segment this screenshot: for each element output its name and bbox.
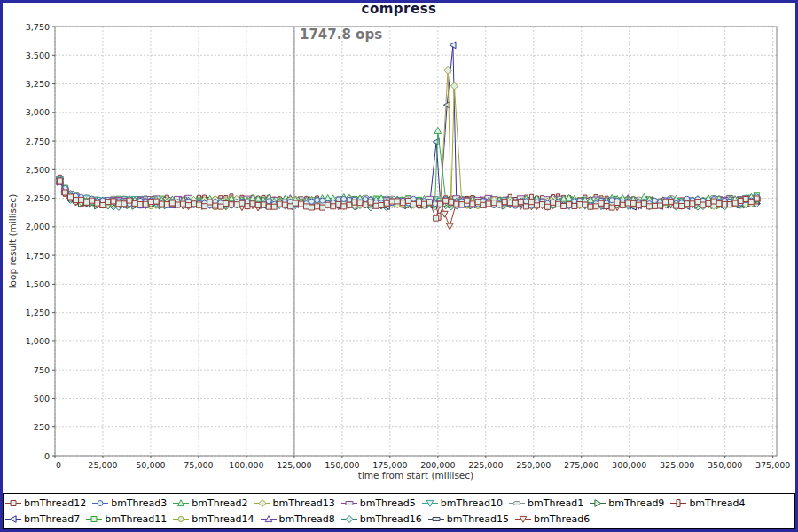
legend-item-bmThread4: bmThread4: [670, 497, 745, 509]
legend-item-bmThread13: bmThread13: [254, 497, 335, 509]
legend-item-bmThread3: bmThread3: [92, 497, 167, 509]
legend-marker-icon: [254, 498, 270, 508]
legend-row: bmThread7bmThread11bmThread14bmThread8bm…: [5, 512, 793, 528]
svg-text:325,000: 325,000: [660, 460, 694, 470]
svg-text:2,750: 2,750: [26, 137, 50, 146]
svg-text:300,000: 300,000: [612, 460, 646, 470]
legend-marker-icon: [261, 514, 277, 524]
series-line-bmThread7: [59, 45, 756, 207]
svg-text:250,000: 250,000: [516, 460, 551, 470]
legend-marker-icon: [590, 498, 606, 508]
svg-text:125,000: 125,000: [277, 460, 311, 470]
legend-item-bmThread2: bmThread2: [173, 497, 247, 509]
legend-marker-icon: [509, 498, 525, 508]
legend-label: bmThread1: [528, 497, 583, 509]
legend-label: bmThread14: [192, 513, 254, 525]
svg-text:1,000: 1,000: [26, 336, 50, 346]
legend-item-bmThread15: bmThread15: [428, 513, 509, 525]
svg-text:175,000: 175,000: [372, 460, 407, 470]
legend-item-bmThread6: bmThread6: [515, 513, 590, 525]
svg-text:1,750: 1,750: [26, 251, 50, 261]
legend-marker-icon: [92, 498, 108, 508]
legend-item-bmThread7: bmThread7: [5, 513, 80, 525]
legend-marker-icon: [515, 514, 531, 524]
legend-label: bmThread9: [608, 497, 664, 509]
svg-text:1,250: 1,250: [26, 308, 50, 317]
svg-text:0: 0: [56, 460, 61, 470]
legend-marker-icon: [5, 498, 21, 508]
gridlines: [55, 27, 777, 456]
series-markers-bmThread7: [57, 42, 760, 210]
legend-marker-icon: [86, 514, 102, 524]
legend-item-bmThread10: bmThread10: [422, 497, 503, 509]
legend-label: bmThread3: [111, 497, 167, 509]
legend-marker-icon: [5, 514, 21, 524]
legend-marker-icon: [173, 514, 189, 524]
legend-row: bmThread12bmThread3bmThread2bmThread13bm…: [5, 495, 793, 512]
svg-text:3,250: 3,250: [26, 79, 50, 89]
svg-text:250: 250: [34, 422, 50, 432]
legend-item-bmThread8: bmThread8: [261, 513, 335, 525]
plot-area[interactable]: 02505007501,0001,2501,5001,7502,0002,250…: [0, 0, 798, 489]
legend-label: bmThread2: [192, 497, 247, 509]
svg-text:350,000: 350,000: [708, 460, 742, 470]
svg-text:3,500: 3,500: [26, 51, 50, 60]
svg-text:3,000: 3,000: [26, 107, 50, 117]
series-line-bmThread13: [59, 70, 756, 206]
x-axis-label: time from start (millisec): [55, 470, 777, 481]
series-markers-bmThread2: [57, 128, 761, 207]
svg-text:2,250: 2,250: [26, 193, 50, 203]
legend-marker-icon: [173, 498, 189, 508]
legend-item-bmThread11: bmThread11: [86, 513, 167, 525]
series-line-bmThread2: [59, 130, 756, 204]
svg-text:3,750: 3,750: [26, 22, 50, 32]
legend-label: bmThread7: [24, 513, 80, 525]
legend-item-bmThread1: bmThread1: [509, 497, 583, 509]
svg-text:200,000: 200,000: [420, 460, 455, 470]
axis-ticks: [52, 27, 773, 458]
svg-text:50,000: 50,000: [136, 460, 165, 470]
svg-text:150,000: 150,000: [325, 460, 359, 470]
legend-marker-icon: [670, 498, 686, 508]
chart-window: compress 1747.8 ops 02505007501,0001,250…: [0, 0, 798, 532]
svg-text:1,500: 1,500: [26, 279, 50, 289]
svg-text:275,000: 275,000: [564, 460, 598, 470]
svg-text:25,000: 25,000: [88, 460, 117, 470]
legend-label: bmThread11: [105, 513, 167, 525]
legend-marker-icon: [428, 514, 444, 524]
svg-text:500: 500: [34, 394, 50, 403]
legend-marker-icon: [341, 514, 357, 524]
svg-text:0: 0: [44, 451, 50, 461]
svg-text:375,000: 375,000: [755, 460, 790, 470]
legend-label: bmThread10: [441, 497, 503, 509]
legend-label: bmThread8: [279, 513, 335, 525]
svg-text:2,000: 2,000: [26, 222, 50, 231]
series-markers-bmThread13: [56, 66, 760, 209]
legend-item-bmThread16: bmThread16: [341, 513, 422, 525]
legend: bmThread12bmThread3bmThread2bmThread13bm…: [3, 493, 795, 529]
svg-text:100,000: 100,000: [229, 460, 263, 470]
legend-label: bmThread15: [447, 513, 509, 525]
legend-marker-icon: [422, 498, 438, 508]
legend-label: bmThread16: [360, 513, 422, 525]
svg-text:2,500: 2,500: [26, 165, 50, 175]
legend-marker-icon: [341, 498, 357, 508]
legend-item-bmThread5: bmThread5: [341, 497, 416, 509]
legend-item-bmThread9: bmThread9: [590, 497, 664, 509]
svg-text:75,000: 75,000: [184, 460, 213, 470]
legend-item-bmThread14: bmThread14: [173, 513, 254, 525]
legend-label: bmThread13: [273, 497, 335, 509]
axis-tick-labels: 02505007501,0001,2501,5001,7502,0002,250…: [26, 22, 791, 471]
legend-label: bmThread4: [689, 497, 745, 509]
plot-border: [55, 27, 777, 456]
y-axis-label: loop result (millisec): [7, 194, 18, 289]
legend-label: bmThread5: [360, 497, 416, 509]
legend-label: bmThread6: [534, 513, 590, 525]
svg-text:750: 750: [34, 365, 50, 375]
legend-label: bmThread12: [24, 497, 86, 509]
legend-item-bmThread12: bmThread12: [5, 497, 86, 509]
svg-text:225,000: 225,000: [468, 460, 503, 470]
